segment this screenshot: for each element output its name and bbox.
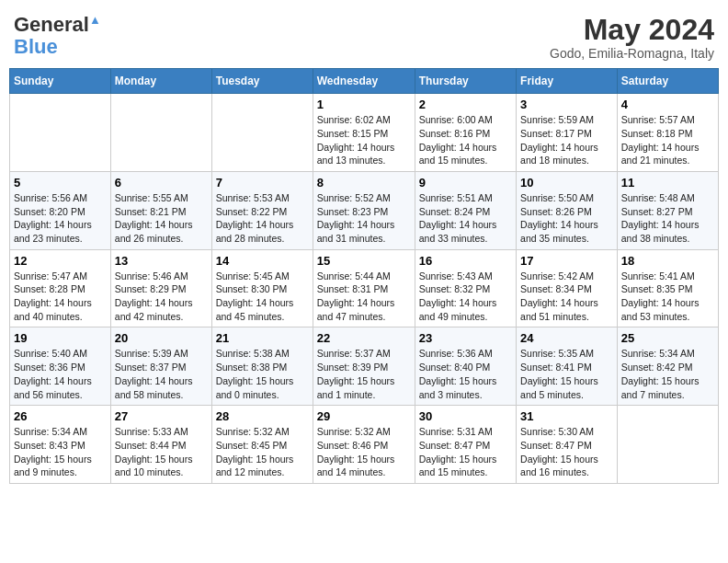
day-number: 4: [621, 98, 714, 111]
calendar-day-21: 21Sunrise: 5:38 AM Sunset: 8:38 PM Dayli…: [211, 327, 313, 406]
day-number: 22: [317, 331, 411, 345]
page-header: General▲ Blue May 2024 Godo, Emilia-Roma…: [9, 9, 719, 61]
calendar-day-12: 12Sunrise: 5:47 AM Sunset: 8:28 PM Dayli…: [10, 249, 111, 327]
month-title: May 2024: [550, 14, 714, 46]
calendar-table: SundayMondayTuesdayWednesdayThursdayFrid…: [9, 68, 719, 484]
day-number: 3: [520, 98, 613, 111]
day-number: 29: [317, 409, 411, 423]
day-number: 5: [14, 176, 107, 190]
day-info: Sunrise: 5:37 AM Sunset: 8:39 PM Dayligh…: [317, 347, 411, 401]
day-info: Sunrise: 5:31 AM Sunset: 8:47 PM Dayligh…: [419, 425, 512, 479]
calendar-day-30: 30Sunrise: 5:31 AM Sunset: 8:47 PM Dayli…: [415, 406, 516, 484]
calendar-day-23: 23Sunrise: 5:36 AM Sunset: 8:40 PM Dayli…: [415, 327, 516, 406]
day-info: Sunrise: 5:33 AM Sunset: 8:44 PM Dayligh…: [115, 425, 208, 479]
day-number: 20: [115, 331, 208, 345]
day-info: Sunrise: 5:48 AM Sunset: 8:27 PM Dayligh…: [621, 191, 714, 246]
calendar-day-15: 15Sunrise: 5:44 AM Sunset: 8:31 PM Dayli…: [313, 249, 415, 327]
day-header-wednesday: Wednesday: [313, 69, 415, 94]
day-info: Sunrise: 5:52 AM Sunset: 8:23 PM Dayligh…: [317, 191, 411, 246]
day-number: 1: [317, 98, 411, 111]
calendar-week-row: 1Sunrise: 6:02 AM Sunset: 8:15 PM Daylig…: [10, 94, 719, 172]
location: Godo, Emilia-Romagna, Italy: [550, 46, 714, 61]
calendar-week-row: 5Sunrise: 5:56 AM Sunset: 8:20 PM Daylig…: [10, 171, 719, 249]
day-info: Sunrise: 5:45 AM Sunset: 8:30 PM Dayligh…: [216, 270, 309, 324]
day-info: Sunrise: 6:02 AM Sunset: 8:15 PM Dayligh…: [317, 113, 411, 167]
day-header-tuesday: Tuesday: [211, 69, 313, 94]
day-header-saturday: Saturday: [617, 69, 718, 94]
day-header-thursday: Thursday: [415, 69, 516, 94]
day-number: 13: [115, 254, 208, 268]
day-number: 9: [419, 176, 512, 190]
day-number: 25: [621, 331, 714, 345]
calendar-day-25: 25Sunrise: 5:34 AM Sunset: 8:42 PM Dayli…: [617, 327, 718, 406]
calendar-day-4: 4Sunrise: 5:57 AM Sunset: 8:18 PM Daylig…: [617, 94, 718, 172]
day-number: 19: [14, 331, 107, 345]
logo: General▲ Blue: [14, 14, 101, 59]
logo-text: General▲: [14, 14, 101, 35]
day-info: Sunrise: 5:50 AM Sunset: 8:26 PM Dayligh…: [520, 191, 613, 246]
day-info: Sunrise: 5:35 AM Sunset: 8:41 PM Dayligh…: [520, 347, 613, 401]
day-header-friday: Friday: [517, 69, 618, 94]
day-info: Sunrise: 5:44 AM Sunset: 8:31 PM Dayligh…: [317, 270, 411, 324]
day-number: 28: [216, 409, 309, 423]
day-info: Sunrise: 5:56 AM Sunset: 8:20 PM Dayligh…: [14, 191, 107, 246]
day-number: 27: [115, 409, 208, 423]
calendar-day-20: 20Sunrise: 5:39 AM Sunset: 8:37 PM Dayli…: [110, 327, 211, 406]
day-number: 11: [621, 176, 714, 190]
day-info: Sunrise: 5:42 AM Sunset: 8:34 PM Dayligh…: [520, 270, 613, 324]
calendar-day-empty: [211, 94, 313, 172]
calendar-day-16: 16Sunrise: 5:43 AM Sunset: 8:32 PM Dayli…: [415, 249, 516, 327]
day-info: Sunrise: 6:00 AM Sunset: 8:16 PM Dayligh…: [419, 113, 512, 167]
day-number: 24: [520, 331, 613, 345]
day-info: Sunrise: 5:46 AM Sunset: 8:29 PM Dayligh…: [115, 270, 208, 324]
calendar-day-5: 5Sunrise: 5:56 AM Sunset: 8:20 PM Daylig…: [10, 171, 111, 249]
day-number: 23: [419, 331, 512, 345]
day-number: 10: [520, 176, 613, 190]
calendar-day-13: 13Sunrise: 5:46 AM Sunset: 8:29 PM Dayli…: [110, 249, 211, 327]
day-info: Sunrise: 5:43 AM Sunset: 8:32 PM Dayligh…: [419, 270, 512, 324]
calendar-day-14: 14Sunrise: 5:45 AM Sunset: 8:30 PM Dayli…: [211, 249, 313, 327]
day-info: Sunrise: 5:55 AM Sunset: 8:21 PM Dayligh…: [115, 191, 208, 246]
calendar-day-27: 27Sunrise: 5:33 AM Sunset: 8:44 PM Dayli…: [110, 406, 211, 484]
calendar-day-3: 3Sunrise: 5:59 AM Sunset: 8:17 PM Daylig…: [517, 94, 618, 172]
day-info: Sunrise: 5:51 AM Sunset: 8:24 PM Dayligh…: [419, 191, 512, 246]
day-info: Sunrise: 5:59 AM Sunset: 8:17 PM Dayligh…: [520, 113, 613, 167]
title-section: May 2024 Godo, Emilia-Romagna, Italy: [550, 14, 714, 61]
calendar-day-24: 24Sunrise: 5:35 AM Sunset: 8:41 PM Dayli…: [517, 327, 618, 406]
day-number: 12: [14, 254, 107, 268]
calendar-day-2: 2Sunrise: 6:00 AM Sunset: 8:16 PM Daylig…: [415, 94, 516, 172]
calendar-day-6: 6Sunrise: 5:55 AM Sunset: 8:21 PM Daylig…: [110, 171, 211, 249]
calendar-day-7: 7Sunrise: 5:53 AM Sunset: 8:22 PM Daylig…: [211, 171, 313, 249]
calendar-day-26: 26Sunrise: 5:34 AM Sunset: 8:43 PM Dayli…: [10, 406, 111, 484]
day-number: 7: [216, 176, 309, 190]
day-number: 15: [317, 254, 411, 268]
day-number: 30: [419, 409, 512, 423]
logo-blue-text: Blue: [14, 35, 58, 59]
day-number: 18: [621, 254, 714, 268]
day-info: Sunrise: 5:30 AM Sunset: 8:47 PM Dayligh…: [520, 425, 613, 479]
calendar-day-31: 31Sunrise: 5:30 AM Sunset: 8:47 PM Dayli…: [517, 406, 618, 484]
day-number: 6: [115, 176, 208, 190]
calendar-day-17: 17Sunrise: 5:42 AM Sunset: 8:34 PM Dayli…: [517, 249, 618, 327]
day-header-sunday: Sunday: [10, 69, 111, 94]
calendar-day-29: 29Sunrise: 5:32 AM Sunset: 8:46 PM Dayli…: [313, 406, 415, 484]
day-info: Sunrise: 5:40 AM Sunset: 8:36 PM Dayligh…: [14, 347, 107, 401]
day-number: 2: [419, 98, 512, 111]
calendar-week-row: 12Sunrise: 5:47 AM Sunset: 8:28 PM Dayli…: [10, 249, 719, 327]
day-header-monday: Monday: [110, 69, 211, 94]
day-number: 17: [520, 254, 613, 268]
calendar-day-empty: [110, 94, 211, 172]
calendar-day-28: 28Sunrise: 5:32 AM Sunset: 8:45 PM Dayli…: [211, 406, 313, 484]
day-info: Sunrise: 5:53 AM Sunset: 8:22 PM Dayligh…: [216, 191, 309, 246]
day-number: 26: [14, 409, 107, 423]
day-info: Sunrise: 5:41 AM Sunset: 8:35 PM Dayligh…: [621, 270, 714, 324]
day-info: Sunrise: 5:32 AM Sunset: 8:45 PM Dayligh…: [216, 425, 309, 479]
day-info: Sunrise: 5:57 AM Sunset: 8:18 PM Dayligh…: [621, 113, 714, 167]
day-info: Sunrise: 5:39 AM Sunset: 8:37 PM Dayligh…: [115, 347, 208, 401]
day-info: Sunrise: 5:38 AM Sunset: 8:38 PM Dayligh…: [216, 347, 309, 401]
day-number: 8: [317, 176, 411, 190]
calendar-day-empty: [617, 406, 718, 484]
day-info: Sunrise: 5:34 AM Sunset: 8:43 PM Dayligh…: [14, 425, 107, 479]
calendar-week-row: 26Sunrise: 5:34 AM Sunset: 8:43 PM Dayli…: [10, 406, 719, 484]
day-info: Sunrise: 5:34 AM Sunset: 8:42 PM Dayligh…: [621, 347, 714, 401]
